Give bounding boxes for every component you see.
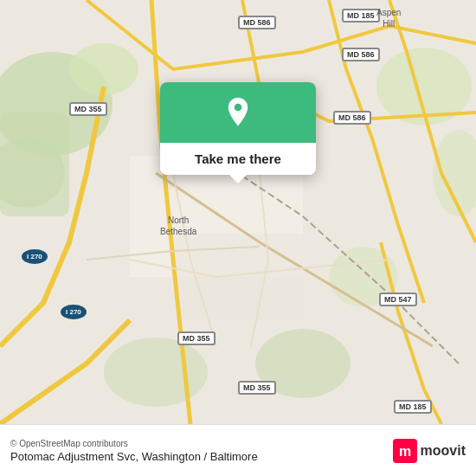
attribution-text: © OpenStreetMap contributors [10,439,258,448]
svg-point-12 [235,104,242,112]
moovit-text: moovit [421,443,466,459]
road-badge-md185: MD 185 [342,9,380,23]
svg-rect-3 [0,113,69,216]
road-badge-i270-bottom: I 270 [61,305,87,319]
north-bethesda-label: NorthBethesda [160,215,196,237]
popup-green-header [160,82,316,143]
moovit-icon: m [393,439,417,463]
svg-text:m: m [398,444,410,459]
road-badge-md547: MD 547 [379,293,417,306]
location-pin-icon [222,96,254,129]
take-me-there-button[interactable]: Take me there [160,143,316,175]
road-badge-i270-left: I 270 [22,249,48,264]
svg-rect-11 [173,234,303,320]
bottom-left-info: © OpenStreetMap contributors Potomac Adj… [10,439,258,463]
location-popup: Take me there [160,82,316,175]
road-badge-md586-top: MD 586 [238,16,276,29]
road-badge-md586-right: MD 586 [342,48,380,61]
bottom-bar: © OpenStreetMap contributors Potomac Adj… [0,424,476,476]
road-badge-md185-2: MD 185 [394,400,432,414]
moovit-logo: m moovit [393,439,466,463]
map-container: MD 586 MD 185 MD 586 MD 355 MD 586 I 270… [0,0,476,424]
road-badge-md355-bottom2: MD 355 [238,381,276,395]
road-badge-md586-mid: MD 586 [333,111,371,125]
svg-point-9 [104,338,208,407]
road-badge-md355-left: MD 355 [69,102,107,116]
aspen-hill-label: AspenHill [376,7,401,29]
location-name: Potomac Adjustment Svc, Washington / Bal… [10,450,258,463]
road-badge-md355-bottom: MD 355 [177,331,215,345]
